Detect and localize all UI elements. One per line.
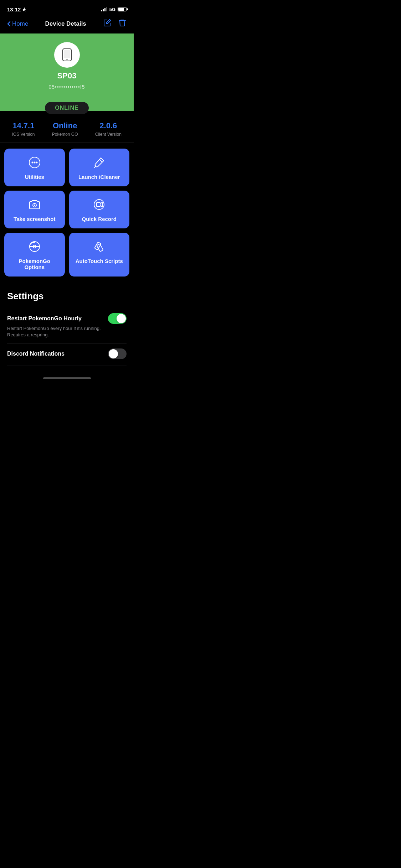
ios-version-value: 14.7.1	[12, 121, 34, 130]
restart-pokemongo-desc: Restart PokemonGo every hour if it's run…	[7, 325, 103, 338]
back-label: Home	[12, 20, 28, 27]
restart-pokemongo-title: Restart PokemonGo Hourly	[7, 315, 82, 322]
pokemon-go-value: Online	[53, 121, 77, 130]
settings-section: Settings Restart PokemonGo Hourly Restar…	[0, 282, 134, 366]
nav-bar: Home Device Details	[0, 16, 134, 33]
pokemongo-options-label: PokemonGo Options	[9, 258, 61, 270]
client-version-value: 2.0.6	[99, 121, 117, 130]
svg-point-2	[66, 59, 68, 60]
brush-icon	[93, 156, 105, 170]
svg-rect-1	[64, 50, 70, 58]
status-bar: 13:12 5G	[0, 0, 134, 16]
discord-notifications-setting: Discord Notifications	[7, 343, 127, 366]
restart-pokemongo-toggle[interactable]	[108, 313, 127, 324]
utilities-button[interactable]: Utilities	[4, 149, 65, 186]
svg-point-8	[34, 205, 35, 206]
svg-point-4	[31, 162, 33, 164]
phone-icon	[60, 48, 74, 62]
battery-icon	[118, 7, 127, 11]
svg-point-13	[34, 246, 35, 247]
take-screenshot-label: Take screenshot	[14, 216, 55, 222]
pokeball-icon	[29, 241, 41, 254]
autotouch-scripts-button[interactable]: AutoTouch Scripts	[69, 233, 130, 277]
quick-record-button[interactable]: Quick Record	[69, 191, 130, 228]
svg-rect-10	[97, 202, 100, 207]
pokemon-go-stat: Online Pokemon GO	[52, 121, 78, 137]
client-version-label: Client Version	[95, 132, 122, 137]
device-mac: 05••••••••••••f5	[48, 84, 85, 90]
svg-point-5	[34, 162, 35, 164]
signal-icon	[101, 7, 107, 11]
home-indicator	[0, 373, 134, 382]
launch-icleaner-button[interactable]: Launch iCleaner	[69, 149, 130, 186]
settings-title: Settings	[7, 291, 127, 302]
launch-icleaner-label: Launch iCleaner	[78, 174, 120, 180]
pokemon-go-label: Pokemon GO	[52, 132, 78, 137]
svg-point-6	[36, 162, 37, 164]
restart-pokemongo-setting: Restart PokemonGo Hourly Restart Pokemon…	[7, 308, 127, 343]
status-time: 13:12	[7, 6, 26, 12]
dots-icon	[29, 156, 41, 170]
tool-icon	[93, 241, 105, 254]
svg-rect-14	[94, 242, 101, 250]
nav-actions	[103, 19, 127, 29]
page-title: Device Details	[45, 20, 86, 27]
device-name: SP03	[57, 71, 77, 81]
camera-icon	[29, 198, 41, 212]
network-type: 5G	[109, 7, 115, 12]
status-badge: ONLINE	[45, 102, 88, 114]
record-icon	[93, 198, 105, 212]
discord-notifications-title: Discord Notifications	[7, 351, 65, 357]
ios-version-label: iOS Version	[12, 132, 35, 137]
action-grid: Utilities Launch iCleaner Take screensho…	[0, 143, 134, 282]
take-screenshot-button[interactable]: Take screenshot	[4, 191, 65, 228]
autotouch-scripts-label: AutoTouch Scripts	[76, 258, 123, 264]
home-bar	[43, 377, 91, 379]
status-right: 5G	[101, 7, 127, 12]
pokemongo-options-button[interactable]: PokemonGo Options	[4, 233, 65, 277]
edit-button[interactable]	[103, 19, 112, 29]
delete-button[interactable]	[118, 19, 127, 29]
location-icon	[22, 7, 26, 11]
utilities-label: Utilities	[25, 174, 44, 180]
back-button[interactable]: Home	[7, 20, 28, 27]
svg-rect-15	[97, 244, 103, 252]
client-version-stat: 2.0.6 Client Version	[95, 121, 122, 137]
device-avatar	[54, 42, 80, 68]
quick-record-label: Quick Record	[82, 216, 117, 222]
stats-row: 14.7.1 iOS Version Online Pokemon GO 2.0…	[0, 114, 134, 143]
discord-notifications-toggle[interactable]	[108, 348, 127, 359]
restart-pokemongo-header: Restart PokemonGo Hourly	[7, 313, 127, 324]
online-badge-wrapper: ONLINE	[0, 102, 134, 114]
discord-notifications-header: Discord Notifications	[7, 348, 127, 359]
device-header: SP03 05••••••••••••f5	[0, 33, 134, 111]
ios-version-stat: 14.7.1 iOS Version	[12, 121, 35, 137]
chevron-left-icon	[7, 21, 11, 27]
